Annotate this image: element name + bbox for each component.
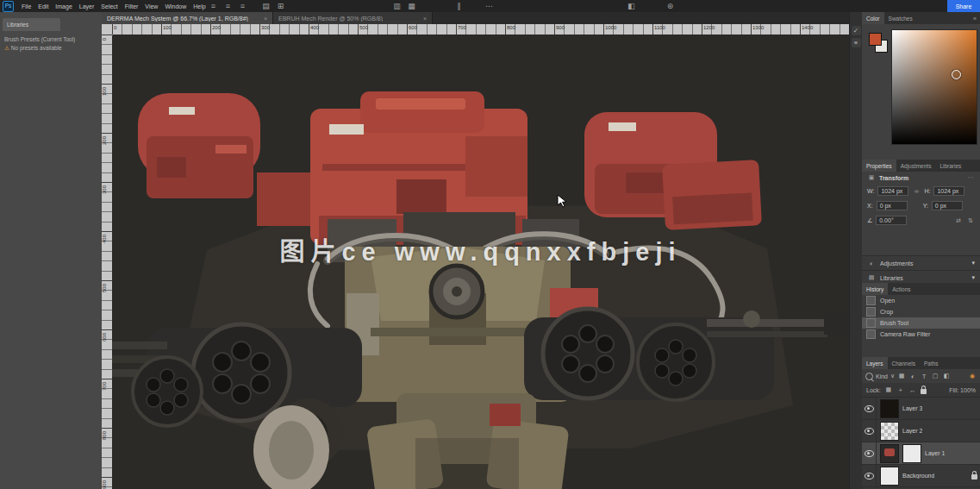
ruler-label: 100 bbox=[102, 87, 112, 96]
layer-name: Background bbox=[902, 473, 934, 479]
layer-thumbnail[interactable] bbox=[880, 444, 899, 463]
layer-row[interactable]: Layer 3 bbox=[862, 398, 980, 420]
flip-vertical-icon[interactable]: ⇅ bbox=[966, 217, 975, 224]
chevron-down-icon[interactable]: ▾ bbox=[971, 274, 975, 281]
height-field[interactable]: 1024 px bbox=[933, 186, 964, 196]
panel-grid-icon[interactable]: ▤ bbox=[261, 0, 271, 12]
tab-paths[interactable]: Paths bbox=[920, 357, 943, 369]
menu-image[interactable]: Image bbox=[52, 3, 75, 9]
mouse-cursor-icon bbox=[557, 194, 567, 208]
filter-kind-select[interactable]: Kind bbox=[876, 373, 888, 379]
settings-icon[interactable]: ⊛ bbox=[665, 0, 675, 12]
ruler-left[interactable]: 0100200300400500600700800900 bbox=[102, 34, 112, 489]
tab-libraries[interactable]: Libraries bbox=[935, 160, 965, 172]
tab-adjustments[interactable]: Adjustments bbox=[896, 160, 936, 172]
color-picker-cursor[interactable] bbox=[952, 70, 961, 79]
layer-thumbnail[interactable] bbox=[880, 467, 899, 486]
filter-type-icon[interactable]: T bbox=[920, 373, 928, 379]
history-state[interactable]: Open bbox=[862, 295, 980, 306]
x-field[interactable]: 0 px bbox=[877, 201, 908, 210]
tab-history[interactable]: History bbox=[862, 283, 888, 295]
layer-thumbnail[interactable] bbox=[880, 399, 899, 418]
angle-field[interactable]: 0.00° bbox=[876, 216, 907, 225]
document-tab-bar: DERRMA Mech System @ 66.7% (Layer 1, RGB… bbox=[102, 12, 849, 24]
document-tab-active[interactable]: DERRMA Mech System @ 66.7% (Layer 1, RGB… bbox=[102, 12, 273, 24]
close-icon[interactable]: × bbox=[259, 16, 267, 22]
check-icon[interactable]: ✓ bbox=[852, 26, 861, 35]
panel-row-adjustments[interactable]: ◐ Adjustments ▾ bbox=[862, 255, 980, 270]
link-icon[interactable]: ∞ bbox=[912, 188, 921, 194]
menu-view[interactable]: View bbox=[141, 3, 161, 9]
menu-filter[interactable]: Filter bbox=[122, 3, 142, 9]
lock-all-icon[interactable] bbox=[921, 389, 927, 394]
fill-value[interactable]: Fill: 100% bbox=[949, 387, 976, 393]
app-logo[interactable]: Ps bbox=[3, 1, 14, 12]
tab-swatches[interactable]: Swatches bbox=[884, 12, 917, 24]
ruler-label: 700 bbox=[102, 382, 112, 391]
align-right-icon[interactable]: ≡ bbox=[238, 0, 247, 12]
collapsed-panels: ◐ Adjustments ▾ ▤ Libraries ▾ bbox=[862, 255, 980, 283]
align-center-icon[interactable]: ≡ bbox=[223, 0, 233, 12]
photo-editor-window: Ps File Edit Image Layer Select Filter V… bbox=[0, 0, 980, 489]
layer-row[interactable]: Background bbox=[862, 465, 980, 487]
list-icon[interactable]: ≡ bbox=[852, 38, 861, 47]
ruler-top[interactable]: 0100200300400500600700800900100011001200… bbox=[112, 24, 849, 34]
workspace-icon[interactable]: ◧ bbox=[627, 0, 636, 12]
divider-icon: ∥ bbox=[454, 0, 464, 12]
layer-mask-thumbnail[interactable] bbox=[902, 444, 921, 463]
y-field[interactable]: 0 px bbox=[932, 201, 963, 210]
lock-pixels-icon[interactable]: ▦ bbox=[884, 386, 893, 393]
y-label: Y: bbox=[923, 203, 928, 209]
foreground-color-swatch[interactable] bbox=[869, 33, 882, 46]
layer-row-selected[interactable]: Layer 1 bbox=[862, 442, 980, 465]
tab-color[interactable]: Color bbox=[862, 12, 884, 24]
visibility-toggle[interactable] bbox=[862, 398, 877, 419]
lock-move-icon[interactable]: ↔ bbox=[908, 387, 917, 393]
layer-row[interactable]: Layer 2 bbox=[862, 420, 980, 442]
menu-select[interactable]: Select bbox=[97, 3, 121, 9]
visibility-toggle[interactable] bbox=[862, 465, 877, 486]
lock-icon bbox=[971, 474, 977, 480]
ruler-label: 200 bbox=[212, 25, 221, 30]
visibility-toggle[interactable] bbox=[862, 420, 877, 442]
menu-layer[interactable]: Layer bbox=[76, 3, 98, 9]
chevron-down-icon[interactable]: ∨ bbox=[890, 373, 895, 379]
filter-shape-icon[interactable]: ▢ bbox=[931, 373, 939, 379]
tab-actions[interactable]: Actions bbox=[888, 283, 914, 295]
history-state[interactable]: Crop bbox=[862, 306, 980, 317]
filter-adjustment-icon[interactable]: ◐ bbox=[908, 373, 917, 379]
layer-filter-row: Kind ∨ ▦ ◐ T ▢ ◧ ◉ bbox=[862, 369, 980, 383]
filter-smart-icon[interactable]: ◧ bbox=[942, 373, 951, 379]
menu-help[interactable]: Help bbox=[190, 3, 209, 9]
history-state-selected[interactable]: Brush Tool bbox=[862, 317, 980, 329]
more-options-icon[interactable]: ⋯ bbox=[484, 0, 494, 12]
panel-menu-icon[interactable]: ≡ bbox=[970, 12, 980, 24]
flip-horizontal-icon[interactable]: ⇄ bbox=[954, 217, 963, 224]
lock-position-icon[interactable]: + bbox=[896, 387, 905, 393]
tab-channels[interactable]: Channels bbox=[888, 357, 920, 369]
more-options-icon[interactable]: ⋯ bbox=[966, 174, 975, 181]
close-icon[interactable]: × bbox=[419, 16, 427, 22]
align-left-icon[interactable]: ≡ bbox=[209, 0, 218, 12]
menu-edit[interactable]: Edit bbox=[34, 3, 52, 9]
chevron-down-icon[interactable]: ▾ bbox=[971, 260, 975, 266]
layer-thumbnail[interactable] bbox=[880, 422, 899, 441]
menu-window[interactable]: Window bbox=[161, 3, 190, 9]
canvas[interactable]: 图片ce www.qqnxxfbjeji bbox=[112, 34, 849, 489]
filter-toggle-icon[interactable]: ◉ bbox=[968, 373, 977, 379]
share-button[interactable]: Share bbox=[947, 0, 980, 12]
panel-row-label: Libraries bbox=[880, 275, 903, 281]
menu-file[interactable]: File bbox=[18, 3, 34, 9]
left-panel-tab[interactable]: Libraries bbox=[3, 18, 60, 31]
history-state[interactable]: Camera Raw Filter bbox=[862, 329, 980, 340]
grid-icon[interactable]: ⊞ bbox=[276, 0, 285, 12]
color-gradient[interactable] bbox=[891, 29, 977, 145]
document-tab-inactive[interactable]: EBRUH Mech Render @ 50% (RGB/8) × bbox=[273, 12, 433, 24]
tab-layers[interactable]: Layers bbox=[862, 357, 888, 369]
pattern-icon[interactable]: ▦ bbox=[407, 0, 416, 12]
width-field[interactable]: 1024 px bbox=[877, 186, 908, 196]
filter-pixel-icon[interactable]: ▦ bbox=[897, 373, 906, 379]
distribute-icon[interactable]: ▥ bbox=[392, 0, 402, 12]
tab-properties[interactable]: Properties bbox=[862, 160, 896, 172]
visibility-toggle[interactable] bbox=[862, 442, 877, 464]
